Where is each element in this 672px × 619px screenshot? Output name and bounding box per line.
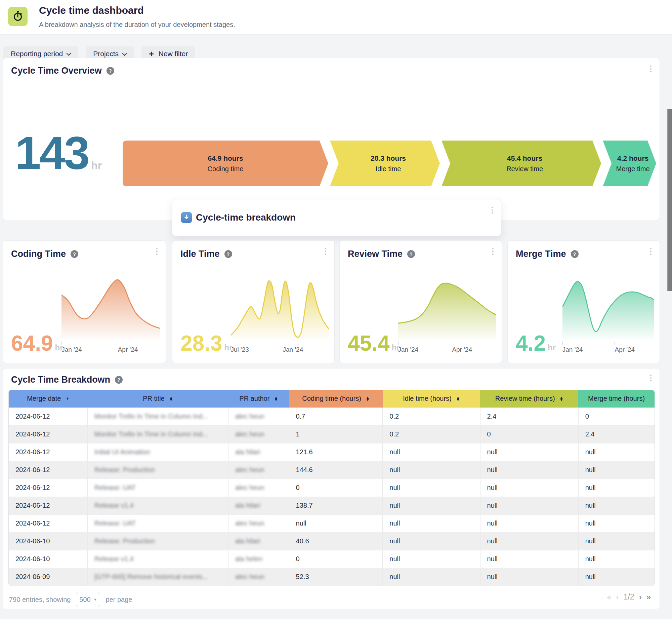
column-label: Merge time (hours) xyxy=(588,395,645,402)
table-row[interactable]: 2024-06-12Monitor Trello In Time in Colu… xyxy=(9,425,655,443)
table-row[interactable]: 2024-06-12Initial UI Animationala hilari… xyxy=(9,443,655,461)
next-page-button[interactable]: › xyxy=(639,593,642,601)
idle-time-sparkline xyxy=(231,275,329,340)
column-header-coding-time-hours-[interactable]: Coding time (hours)▲▼ xyxy=(289,390,383,408)
axis-tick xyxy=(283,342,283,345)
merge-time-cell: null xyxy=(578,568,655,586)
table-row[interactable]: 2024-06-09[GTP-665] Remove historical ev… xyxy=(9,568,655,586)
axis-label: Jan '24 xyxy=(283,346,303,353)
pr-author-cell: alec heun xyxy=(228,408,289,425)
pr-title-cell: [GTP-665] Remove historical events... xyxy=(87,568,228,586)
dashboard-logo xyxy=(8,7,28,26)
kebab-menu-icon[interactable] xyxy=(650,66,652,72)
cycle-time-overview-card: Cycle Time Overview ? 143 hr 64.9 hoursC… xyxy=(3,58,660,220)
kebab-menu-icon[interactable] xyxy=(325,248,326,255)
kebab-menu-icon[interactable] xyxy=(492,207,493,214)
metric-value: 64.9hr xyxy=(11,333,63,354)
metric-card-title: Idle Time xyxy=(180,249,220,259)
first-page-button[interactable]: « xyxy=(607,593,611,601)
column-label: PR title xyxy=(143,395,164,402)
merge-time-cell: null xyxy=(578,479,655,497)
table-row[interactable]: 2024-06-12Release: Productionalec heun14… xyxy=(9,461,655,479)
merge-time-cell: null xyxy=(578,443,655,461)
merge-time-cell: null xyxy=(578,461,655,479)
help-icon[interactable]: ? xyxy=(107,67,114,75)
table-row[interactable]: 2024-06-12Monitor Trello In Time in Colu… xyxy=(9,408,655,425)
review-time-cell: null xyxy=(480,550,578,568)
pr-author-cell: alec heun xyxy=(228,479,289,497)
axis-tick xyxy=(615,342,615,345)
sort-icon: ▲▼ xyxy=(456,396,460,401)
column-header-pr-title[interactable]: PR title▲▼ xyxy=(87,390,228,408)
cycle-time-funnel: 64.9 hoursCoding time28.3 hoursIdle time… xyxy=(123,141,656,186)
vertical-scrollbar[interactable] xyxy=(667,109,672,291)
idle-time-cell: null xyxy=(383,443,480,461)
help-icon[interactable]: ? xyxy=(224,250,232,258)
sort-desc-icon: ▼ xyxy=(66,397,69,400)
review-time-cell: null xyxy=(480,461,578,479)
idle-time-cell: null xyxy=(383,514,480,532)
pr-title-cell: Monitor Trello In Time in Column Ind... xyxy=(87,408,228,425)
table-row[interactable]: 2024-06-12Release: UATalec heunnullnulln… xyxy=(9,514,655,532)
per-page-select[interactable]: 500 ▼ xyxy=(76,592,100,607)
table-row[interactable]: 2024-06-10Release v1.4ala helen0nullnull… xyxy=(9,550,655,568)
cycle-time-breakdown-popup[interactable]: Cycle-time breakdown xyxy=(172,199,501,236)
column-header-merge-time-hours-[interactable]: Merge time (hours) xyxy=(578,390,655,408)
review-time-cell: null xyxy=(480,497,578,514)
table-row[interactable]: 2024-06-10Release: Productionala hilari4… xyxy=(9,532,655,550)
help-icon[interactable]: ? xyxy=(115,376,123,384)
reporting-period-label: Reporting period xyxy=(11,50,63,58)
pr-author-cell: ala hilari xyxy=(228,497,289,514)
merge-date-cell: 2024-06-12 xyxy=(9,461,87,479)
funnel-stage-label: Idle time xyxy=(369,165,401,173)
table-row[interactable]: 2024-06-12Release v1.4ala hilari138.7nul… xyxy=(9,497,655,514)
kebab-menu-icon[interactable] xyxy=(156,248,158,255)
review-time-sparkline xyxy=(398,275,496,340)
kebab-menu-icon[interactable] xyxy=(650,248,652,255)
column-header-merge-date[interactable]: Merge date▼ xyxy=(9,390,87,408)
kebab-menu-icon[interactable] xyxy=(650,375,652,381)
down-arrow-emoji xyxy=(181,212,192,223)
metric-card-title: Merge Time xyxy=(516,249,566,259)
per-page-suffix: per page xyxy=(106,596,132,604)
coding-time-cell: 40.6 xyxy=(289,532,383,550)
axis-label: Apr '24 xyxy=(615,346,635,353)
coding-time-cell: 144.6 xyxy=(289,461,383,479)
column-header-idle-time-hours-[interactable]: Idle time (hours)▲▼ xyxy=(383,390,480,408)
last-page-button[interactable]: » xyxy=(646,593,651,601)
pr-title-cell: Release: Production xyxy=(87,461,228,479)
help-icon[interactable]: ? xyxy=(571,250,579,258)
funnel-segment-coding-time: 64.9 hoursCoding time xyxy=(123,141,328,186)
pr-title-cell: Monitor Trello In Time in Column Ind... xyxy=(87,425,228,443)
review-time-cell: null xyxy=(480,443,578,461)
page-title: Cycle time dashboard xyxy=(39,5,144,16)
pagination: « ‹ 1/2 › » xyxy=(607,592,651,602)
coding-time-cell: 0.7 xyxy=(289,408,383,425)
projects-label: Projects xyxy=(93,50,119,58)
metric-value: 4.2hr xyxy=(516,333,556,354)
prev-page-button[interactable]: ‹ xyxy=(616,593,619,601)
app-header: Cycle time dashboard A breakdown analysi… xyxy=(0,0,672,35)
merge-time-cell: null xyxy=(578,532,655,550)
column-header-pr-author[interactable]: PR author▲▼ xyxy=(228,390,289,408)
merge-date-cell: 2024-06-12 xyxy=(9,497,87,514)
help-icon[interactable]: ? xyxy=(71,250,78,258)
merge-time-cell: null xyxy=(578,514,655,532)
merge-date-cell: 2024-06-10 xyxy=(9,532,87,550)
plus-icon: + xyxy=(149,50,154,58)
idle-time-cell: 0.2 xyxy=(383,425,480,443)
merge-date-cell: 2024-06-10 xyxy=(9,550,87,568)
column-label: Idle time (hours) xyxy=(403,395,452,402)
axis-tick xyxy=(452,342,452,345)
table-row[interactable]: 2024-06-12Release: UATalec heun0nullnull… xyxy=(9,479,655,497)
coding-time-cell: null xyxy=(289,514,383,532)
pr-author-cell: alec heun xyxy=(228,425,289,443)
funnel-stage-label: Review time xyxy=(500,165,543,173)
column-label: PR author xyxy=(239,395,269,402)
help-icon[interactable]: ? xyxy=(407,250,415,258)
pr-author-cell: ala helen xyxy=(228,550,289,568)
kebab-menu-icon[interactable] xyxy=(492,248,494,255)
merge-time-cell: null xyxy=(578,497,655,514)
x-axis: Jan '24Apr '24 xyxy=(398,342,496,355)
column-header-review-time-hours-[interactable]: Review time (hours)▲▼ xyxy=(480,390,578,408)
